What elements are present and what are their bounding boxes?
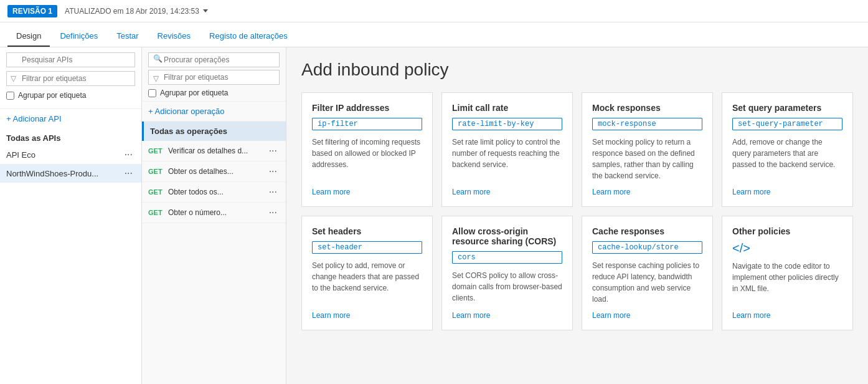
card-title-query-params: Set query parameters [732,103,842,113]
mid-search-input[interactable] [148,52,280,67]
operation-2-dots[interactable]: ··· [267,186,280,198]
mid-filter-wrap: ▽ [142,70,286,87]
mid-search-wrap: 🔍 [142,47,286,70]
card-desc-headers: Set policy to add, remove or change head… [312,260,422,305]
tab-revisions[interactable]: Revisões [149,26,199,47]
policy-grid: Filter IP addresses ip-filter Set filter… [301,92,853,330]
card-title-other: Other policies [732,226,842,236]
northwind-dots[interactable]: ··· [122,168,135,179]
sidebar-search-section: 🔍 ▽ Agrupar por etiqueta [0,47,141,108]
revision-badge: REVISÃO 1 [7,5,57,17]
page-title: Add inbound policy [301,60,853,80]
sidebar-search-wrap: 🔍 [6,52,135,67]
policy-card-cache[interactable]: Cache responses cache-lookup/store Set r… [582,216,713,330]
operation-item-1[interactable]: GET Obter os detalhes... ··· [142,161,286,182]
card-desc-cors: Set CORS policy to allow cross-domain ca… [452,270,562,305]
sidebar-search-input[interactable] [6,52,135,67]
code-icon: </> [732,241,842,256]
card-title-limit-rate: Limit call rate [452,103,562,113]
card-learn-other[interactable]: Learn more [732,311,842,320]
policy-card-headers[interactable]: Set headers set-header Set policy to add… [301,216,433,330]
mid-filter-input[interactable] [148,70,280,85]
left-sidebar: 🔍 ▽ Agrupar por etiqueta + Adicionar API… [0,47,142,384]
mid-filter-icon: ▽ [153,74,159,83]
card-desc-cache: Set response caching policies to reduce … [592,260,702,305]
operation-0-dots[interactable]: ··· [267,145,280,156]
add-api-button[interactable]: + Adicionar API [0,108,141,128]
middle-panel: 🔍 ▽ Agrupar por etiqueta + Adicionar ope… [142,47,286,384]
api-eco-dots[interactable]: ··· [122,149,135,160]
tabs-bar: Design Definições Testar Revisões Regist… [0,22,868,47]
card-desc-limit-rate: Set rate limit policy to control the num… [452,137,562,181]
sidebar-filter-input[interactable] [6,71,135,86]
card-tag-cache[interactable]: cache-lookup/store [592,241,702,254]
card-tag-limit-rate[interactable]: rate-limit-by-key [452,118,562,130]
sidebar-item-northwind[interactable]: NorthWindShoes-Produ... ··· [0,164,141,183]
operation-item-0[interactable]: GET Verificar os detalhes d... ··· [142,141,286,161]
card-learn-headers[interactable]: Learn more [312,311,422,320]
card-title-headers: Set headers [312,226,422,236]
card-desc-mock: Set mocking policy to return a responce … [592,137,702,181]
policy-card-other[interactable]: Other policies </> Navigate to the code … [722,216,853,330]
card-desc-other: Navigate to the code editor to implement… [732,261,842,305]
card-title-cache: Cache responses [592,226,702,236]
main-layout: 🔍 ▽ Agrupar por etiqueta + Adicionar API… [0,47,868,384]
content-area: Add inbound policy Filter IP addresses i… [286,47,868,384]
card-tag-query-params[interactable]: set-query-parameter [732,118,842,130]
add-operation-button[interactable]: + Adicionar operação [142,101,286,122]
policy-card-cors[interactable]: Allow cross-origin resource sharing (COR… [441,216,573,330]
card-desc-query-params: Add, remove or change the query paramete… [732,137,842,181]
card-learn-mock[interactable]: Learn more [592,188,702,196]
operation-item-3[interactable]: GET Obter o número... ··· [142,203,286,223]
all-apis-title: Todas as APIs [0,128,141,145]
updated-text: ATUALIZADO em 18 Abr 2019, 14:23:53 [65,7,208,16]
card-title-filter-ip: Filter IP addresses [312,103,422,113]
card-learn-query-params[interactable]: Learn more [732,188,842,196]
policy-card-mock[interactable]: Mock responses mock-response Set mocking… [582,92,713,207]
card-tag-mock[interactable]: mock-response [592,118,702,130]
chevron-down-icon[interactable] [203,9,208,12]
card-learn-cors[interactable]: Learn more [452,311,562,320]
all-operations-item[interactable]: Todas as operações [142,122,286,141]
card-title-mock: Mock responses [592,103,702,113]
top-bar: REVISÃO 1 ATUALIZADO em 18 Abr 2019, 14:… [0,0,868,22]
mid-group-checkbox[interactable]: Agrupar por etiqueta [142,87,286,101]
card-learn-cache[interactable]: Learn more [592,311,702,320]
policy-card-limit-rate[interactable]: Limit call rate rate-limit-by-key Set ra… [441,92,573,207]
sidebar-item-api-eco[interactable]: API Eco ··· [0,145,141,164]
filter-icon: ▽ [11,74,16,83]
sidebar-group-checkbox[interactable]: Agrupar por etiqueta [6,90,135,101]
operation-item-2[interactable]: GET Obter todos os... ··· [142,182,286,203]
policy-card-query-params[interactable]: Set query parameters set-query-parameter… [722,92,853,207]
tab-design[interactable]: Design [7,26,50,47]
policy-card-filter-ip[interactable]: Filter IP addresses ip-filter Set filter… [301,92,433,207]
tab-changelog[interactable]: Registo de alterações [200,26,296,47]
tab-definitions[interactable]: Definições [51,26,106,47]
card-tag-headers[interactable]: set-header [312,241,422,254]
operation-3-dots[interactable]: ··· [267,207,280,218]
card-tag-filter-ip[interactable]: ip-filter [312,118,422,130]
card-learn-limit-rate[interactable]: Learn more [452,188,562,196]
card-learn-filter-ip[interactable]: Learn more [312,188,422,196]
operation-1-dots[interactable]: ··· [267,166,280,177]
mid-search-icon: 🔍 [153,54,163,63]
card-title-cors: Allow cross-origin resource sharing (COR… [452,226,562,246]
tab-test[interactable]: Testar [108,26,147,47]
sidebar-filter-wrap: ▽ [6,71,135,86]
card-tag-cors[interactable]: cors [452,251,562,264]
card-desc-filter-ip: Set filtering of incoming requests based… [312,137,422,181]
